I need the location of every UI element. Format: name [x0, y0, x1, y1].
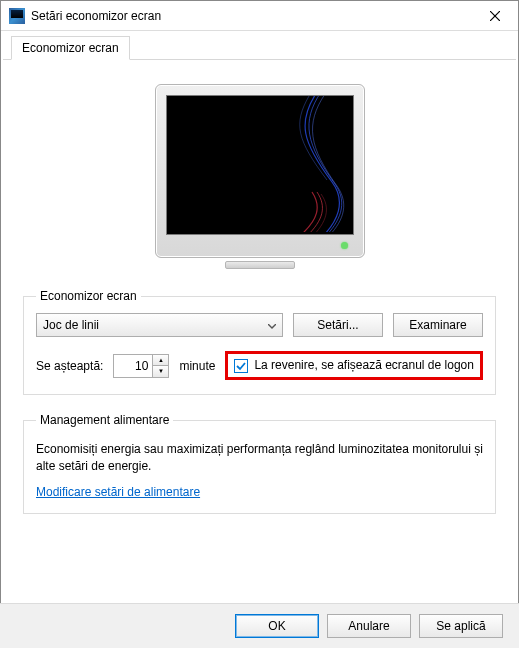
cancel-button[interactable]: Anulare: [327, 614, 411, 638]
screensaver-select[interactable]: Joc de linii: [36, 313, 283, 337]
wait-unit: minute: [179, 359, 215, 373]
power-management-group: Management alimentare Economisiți energi…: [23, 413, 496, 514]
resume-checkbox[interactable]: [234, 359, 248, 373]
dialog-footer: OK Anulare Se aplică: [0, 603, 519, 648]
screensaver-group: Economizor ecran Joc de linii Setări... …: [23, 289, 496, 395]
spinner-up-icon[interactable]: ▲: [153, 355, 168, 367]
power-legend: Management alimentare: [36, 413, 173, 427]
spinner-down-icon[interactable]: ▼: [153, 366, 168, 377]
preview-button[interactable]: Examinare: [393, 313, 483, 337]
resume-highlight: La revenire, se afișează ecranul de logo…: [225, 351, 483, 380]
wait-spinner[interactable]: ▲ ▼: [113, 354, 169, 378]
window-title: Setări economizor ecran: [31, 9, 472, 23]
screensaver-preview-graphic: [247, 95, 354, 232]
screensaver-select-value: Joc de linii: [43, 318, 99, 332]
settings-button[interactable]: Setări...: [293, 313, 383, 337]
wait-input[interactable]: [114, 355, 152, 377]
tab-screensaver[interactable]: Economizor ecran: [11, 36, 130, 60]
monitor-preview: [155, 84, 365, 269]
power-settings-link[interactable]: Modificare setări de alimentare: [36, 485, 200, 499]
screensaver-icon: [9, 8, 25, 24]
ok-button[interactable]: OK: [235, 614, 319, 638]
monitor-led-icon: [341, 242, 348, 249]
power-text: Economisiți energia sau maximizați perfo…: [36, 441, 483, 475]
tab-row: Economizor ecran: [3, 31, 516, 60]
resume-checkbox-label: La revenire, se afișează ecranul de logo…: [254, 358, 473, 372]
close-button[interactable]: [472, 1, 518, 31]
titlebar: Setări economizor ecran: [1, 1, 518, 31]
wait-label: Se așteaptă:: [36, 359, 103, 373]
check-icon: [236, 361, 246, 371]
screensaver-legend: Economizor ecran: [36, 289, 141, 303]
close-icon: [490, 11, 500, 21]
chevron-down-icon: [268, 318, 276, 332]
apply-button[interactable]: Se aplică: [419, 614, 503, 638]
preview-area: [23, 74, 496, 289]
